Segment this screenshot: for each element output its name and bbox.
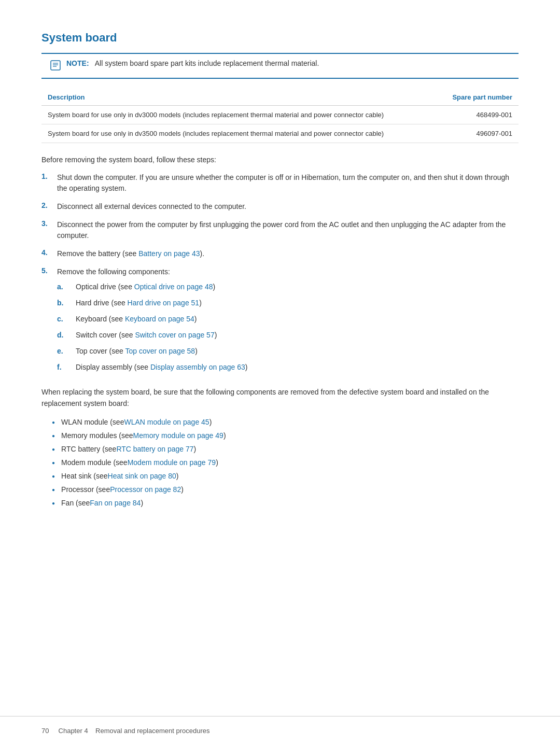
sub-label: f. [57, 362, 76, 373]
sub-link[interactable]: Optical drive on page 48 [134, 283, 213, 291]
sub-link[interactable]: Display assembly on page 63 [150, 363, 245, 371]
list-item: 3.Disconnect the power from the computer… [41, 219, 519, 241]
sub-link[interactable]: Hard drive on page 51 [128, 299, 200, 307]
table-cell-part-number: 468499-001 [437, 106, 519, 124]
component-item: Fan (see Fan on page 84) [41, 499, 519, 507]
component-link[interactable]: Processor on page 82 [110, 485, 181, 494]
component-link[interactable]: Memory module on page 49 [133, 431, 223, 440]
step-text: Shut down the computer. If you are unsur… [57, 172, 519, 194]
sub-text: Optical drive (see Optical drive on page… [76, 282, 215, 292]
component-link[interactable]: Fan on page 84 [90, 499, 141, 507]
step-link[interactable]: Battery on page 43 [138, 249, 200, 258]
sub-list-item: c.Keyboard (see Keyboard on page 54) [57, 314, 248, 325]
list-item: 2.Disconnect all external devices connec… [41, 201, 519, 212]
step-number: 3. [41, 219, 57, 228]
note-box: NOTE: All system board spare part kits i… [41, 53, 519, 79]
sub-label: d. [57, 330, 76, 341]
sub-list-item: a.Optical drive (see Optical drive on pa… [57, 282, 248, 292]
sub-label: e. [57, 346, 76, 357]
sub-list: a.Optical drive (see Optical drive on pa… [57, 282, 248, 373]
steps-list: 1.Shut down the computer. If you are uns… [41, 172, 519, 378]
step-number: 5. [41, 266, 57, 275]
sub-text: Switch cover (see Switch cover on page 5… [76, 330, 217, 341]
replace-note: When replacing the system board, be sure… [41, 386, 519, 410]
footer-chapter: Chapter 4 [59, 727, 88, 735]
sub-list-item: e.Top cover (see Top cover on page 58) [57, 346, 248, 357]
step-number: 1. [41, 172, 57, 180]
component-item: RTC battery (see RTC battery on page 77) [41, 445, 519, 453]
svg-rect-0 [51, 61, 60, 70]
footer: 70 Chapter 4 Removal and replacement pro… [0, 716, 560, 745]
list-item: 4.Remove the battery (see Battery on pag… [41, 248, 519, 259]
component-item: WLAN module (see WLAN module on page 45) [41, 418, 519, 426]
step-number: 4. [41, 248, 57, 257]
sub-label: b. [57, 298, 76, 308]
step-number: 2. [41, 201, 57, 209]
sub-list-item: d.Switch cover (see Switch cover on page… [57, 330, 248, 341]
note-label: NOTE: [66, 59, 89, 67]
list-item: 5.Remove the following components:a.Opti… [41, 266, 519, 378]
sub-label: c. [57, 314, 76, 325]
footer-page-number: 70 [41, 727, 49, 735]
component-link[interactable]: WLAN module on page 45 [124, 418, 209, 426]
note-text: All system board spare part kits include… [95, 59, 319, 67]
parts-table: Description Spare part number System boa… [41, 89, 519, 143]
footer-chapter-text: Removal and replacement procedures [95, 727, 209, 735]
page-title: System board [41, 31, 519, 45]
component-item: Heat sink (see Heat sink on page 80) [41, 472, 519, 480]
sub-text: Hard drive (see Hard drive on page 51) [76, 298, 202, 308]
table-cell-description: System board for use only in dv3500 mode… [41, 124, 437, 143]
note-icon [50, 60, 61, 73]
sub-list-item: b.Hard drive (see Hard drive on page 51) [57, 298, 248, 308]
step-text: Disconnect the power from the computer b… [57, 219, 519, 241]
table-cell-description: System board for use only in dv3000 mode… [41, 106, 437, 124]
table-header-part-number: Spare part number [437, 89, 519, 106]
step-text: Remove the battery (see Battery on page … [57, 248, 204, 259]
component-link[interactable]: RTC battery on page 77 [116, 445, 193, 453]
sub-text: Top cover (see Top cover on page 58) [76, 346, 198, 357]
component-item: Processor (see Processor on page 82) [41, 485, 519, 494]
sub-text: Display assembly (see Display assembly o… [76, 362, 248, 373]
sub-link[interactable]: Keyboard on page 54 [125, 315, 194, 323]
component-link[interactable]: Heat sink on page 80 [108, 472, 176, 480]
sub-link[interactable]: Top cover on page 58 [125, 347, 195, 355]
sub-list-item: f.Display assembly (see Display assembly… [57, 362, 248, 373]
table-row: System board for use only in dv3000 mode… [41, 106, 519, 124]
sub-label: a. [57, 282, 76, 292]
table-cell-part-number: 496097-001 [437, 124, 519, 143]
step-text: Disconnect all external devices connecte… [57, 201, 246, 212]
sub-text: Keyboard (see Keyboard on page 54) [76, 314, 197, 325]
intro-text: Before removing the system board, follow… [41, 156, 519, 164]
components-list: WLAN module (see WLAN module on page 45)… [41, 418, 519, 507]
table-header-description: Description [41, 89, 437, 106]
component-link[interactable]: Modem module on page 79 [128, 458, 216, 467]
step-text: Remove the following components:a.Optica… [57, 266, 248, 378]
sub-link[interactable]: Switch cover on page 57 [135, 331, 214, 339]
component-item: Modem module (see Modem module on page 7… [41, 458, 519, 467]
component-item: Memory modules (see Memory module on pag… [41, 431, 519, 440]
list-item: 1.Shut down the computer. If you are uns… [41, 172, 519, 194]
note-svg-icon [50, 60, 61, 71]
table-row: System board for use only in dv3500 mode… [41, 124, 519, 143]
